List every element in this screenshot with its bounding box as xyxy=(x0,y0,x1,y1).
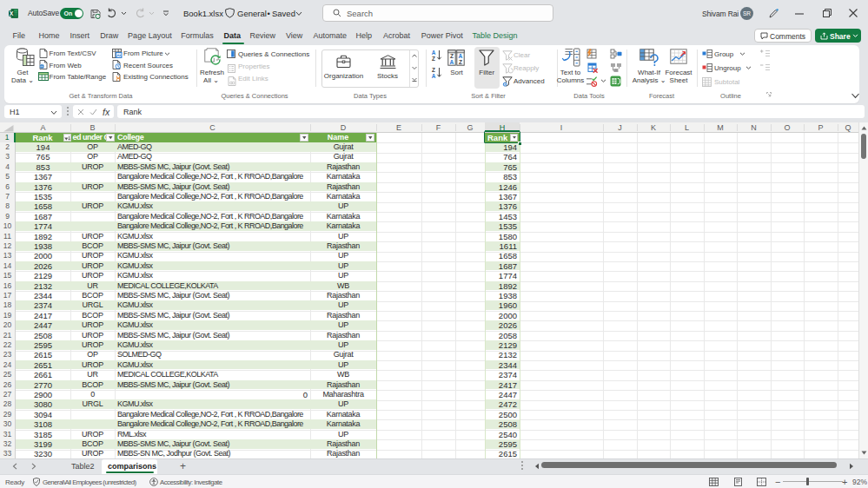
svg-text:A: A xyxy=(450,59,454,65)
svg-text:Z: Z xyxy=(459,59,462,65)
svg-text:A: A xyxy=(432,73,436,79)
svg-text:X: X xyxy=(10,10,14,16)
svg-text:Z: Z xyxy=(432,56,435,62)
